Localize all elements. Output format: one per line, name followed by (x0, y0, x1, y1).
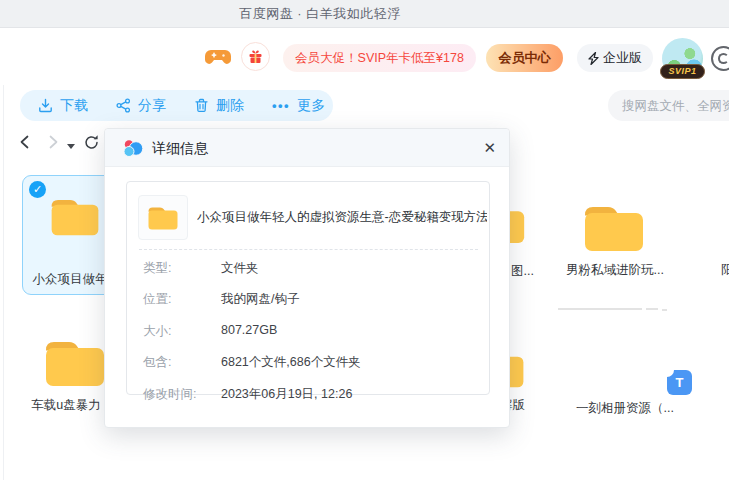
file-action-toolbar: 下载 分享 删除 ••• 更多 (20, 90, 333, 121)
file-fold-corner (667, 370, 674, 377)
delete-button[interactable]: 删除 (194, 97, 244, 115)
folder-icon[interactable] (578, 196, 650, 258)
more-dots-icon: ••• (272, 98, 290, 113)
download-icon (38, 98, 53, 113)
file-name: 小众项目做年轻人的虚拟资源生意-恋爱秘籍变现方法 (197, 195, 487, 240)
share-button[interactable]: 分享 (116, 97, 166, 115)
enterprise-icon (588, 52, 599, 65)
enterprise-button[interactable]: 企业版 (577, 44, 653, 72)
dialog-header: 详细信息 ✕ (105, 129, 509, 167)
field-label-location: 位置: (143, 291, 171, 308)
promo-banner[interactable]: 会员大促！SVIP年卡低至¥178 (283, 44, 476, 72)
file-thumbnail (138, 195, 188, 240)
forward-button[interactable] (44, 133, 62, 155)
panel-divider (3, 85, 4, 480)
support-icon[interactable] (711, 46, 729, 71)
promo-text: 会员大促！SVIP年卡低至¥178 (295, 50, 464, 67)
field-label-size: 大小: (143, 323, 171, 340)
chevron-left-icon (16, 133, 34, 151)
app-window: 百度网盘 · 白羊我如此轻浮 会员大促！SVIP年卡低至¥178 会员中心 企业… (0, 0, 729, 480)
search-input[interactable] (608, 90, 729, 121)
detail-dialog: 详细信息 ✕ 小众项目做年轻人的虚拟资源生意-恋爱秘籍变现方法 类型: 文件夹 … (104, 128, 510, 428)
dialog-content-box: 小众项目做年轻人的虚拟资源生意-恋爱秘籍变现方法 类型: 文件夹 位置: 我的网… (126, 181, 490, 395)
back-button[interactable] (16, 133, 34, 155)
field-value-contains: 6821个文件,686个文件夹 (221, 354, 361, 371)
field-value-modified: 2023年06月19日, 12:26 (221, 386, 352, 403)
game-controller-icon (205, 46, 231, 68)
netdisk-logo-icon (122, 137, 144, 159)
field-label-modified: 修改时间: (143, 386, 196, 403)
txt-preview-line (646, 308, 658, 310)
txt-preview-line (662, 309, 667, 311)
game-center-icon[interactable] (205, 46, 231, 72)
close-icon[interactable]: ✕ (483, 129, 496, 167)
member-center-button[interactable]: 会员中心 (486, 44, 563, 72)
gift-icon[interactable] (241, 42, 270, 71)
dashed-divider (139, 249, 478, 250)
folder-icon (145, 202, 181, 233)
file-card-label: 一刻相册资源（... (556, 400, 694, 417)
folder-icon[interactable] (38, 331, 112, 393)
field-value-type: 文件夹 (221, 260, 259, 277)
txt-file-icon[interactable]: T (667, 370, 692, 395)
download-button[interactable]: 下载 (38, 97, 88, 115)
folder-icon (46, 191, 104, 241)
field-value-location: 我的网盘/钩子 (221, 291, 299, 308)
window-title: 百度网盘 · 白羊我如此轻浮 (0, 0, 640, 27)
refresh-icon (83, 134, 100, 151)
svip-badge: SVIP1 (660, 64, 705, 79)
trash-icon (194, 98, 209, 113)
file-card-label: 男粉私域进阶玩... (556, 262, 674, 279)
file-card-label: 车载u盘暴力 (14, 397, 118, 414)
field-value-size: 807.27GB (221, 323, 277, 337)
checkmark-icon[interactable]: ✓ (29, 181, 46, 198)
history-caret-icon[interactable] (67, 144, 75, 149)
refresh-button[interactable] (83, 134, 100, 155)
chevron-right-icon (44, 133, 62, 151)
txt-preview-line (558, 308, 642, 310)
field-label-type: 类型: (143, 260, 171, 277)
dialog-title: 详细信息 (152, 129, 208, 167)
file-card-label: 图... (511, 263, 534, 280)
file-card-label: 阳 (721, 262, 729, 279)
field-label-contains: 包含: (143, 354, 171, 371)
file-card-label: 小众项目做年 (24, 271, 116, 288)
share-icon (116, 98, 131, 113)
more-button[interactable]: ••• 更多 (272, 97, 325, 115)
window-titlebar: 百度网盘 · 白羊我如此轻浮 (0, 0, 729, 28)
